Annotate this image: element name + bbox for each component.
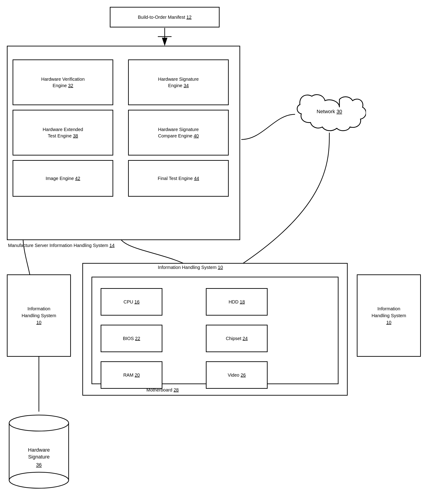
diagram-container: Build-to-Order Manifest 12 Hardware Veri…: [0, 0, 430, 504]
mfg-server-label: Manufacture Server Information Handling …: [8, 243, 115, 248]
final-test-box: Final Test Engine 44: [128, 160, 229, 197]
bios-box: BIOS 22: [101, 325, 162, 352]
final-test-label: Final Test Engine 44: [158, 175, 199, 181]
hw-sig-engine-box: Hardware SignatureEngine 34: [128, 59, 229, 105]
hw-verif-label: Hardware VerificationEngine 32: [41, 76, 85, 89]
hw-sig-compare-label: Hardware SignatureCompare Engine 40: [158, 126, 199, 139]
svg-text:Network 30: Network 30: [317, 109, 342, 114]
bios-label: BIOS 22: [123, 335, 140, 342]
ihs-center-top-label: Information Handling System 10: [158, 265, 223, 270]
svg-point-13: [9, 472, 69, 488]
hw-ext-test-box: Hardware ExtendedTest Engine 38: [13, 110, 113, 155]
ihs-left-box: InformationHandling System10: [7, 274, 71, 357]
network-cloud-svg: Network 30: [293, 87, 366, 146]
video-box: Video 26: [206, 361, 268, 389]
image-engine-label: Image Engine 42: [46, 175, 80, 181]
image-engine-box: Image Engine 42: [13, 160, 113, 197]
cpu-label: CPU 16: [124, 299, 139, 305]
hw-sig-compare-box: Hardware SignatureCompare Engine 40: [128, 110, 229, 155]
hw-verif-engine-box: Hardware VerificationEngine 32: [13, 59, 113, 105]
bto-label: Build-to-Order Manifest 12: [138, 14, 192, 20]
chipset-label: Chipset 24: [226, 335, 248, 342]
hw-sig-engine-label: Hardware SignatureEngine 34: [158, 76, 199, 89]
svg-text:Signature: Signature: [28, 454, 50, 460]
chipset-box: Chipset 24: [206, 325, 268, 352]
cpu-box: CPU 16: [101, 288, 162, 315]
hw-ext-test-label: Hardware ExtendedTest Engine 38: [43, 126, 83, 139]
hdd-label: HDD 18: [229, 299, 245, 305]
svg-text:Hardware: Hardware: [28, 447, 50, 453]
ihs-left-label: InformationHandling System10: [21, 305, 56, 326]
bto-box: Build-to-Order Manifest 12: [110, 7, 220, 27]
ram-box: RAM 20: [101, 361, 162, 389]
ihs-right-label: InformationHandling System10: [371, 305, 406, 326]
hw-sig-cylinder-svg: Hardware Signature 36: [7, 412, 71, 489]
video-label: Video 26: [228, 372, 246, 378]
svg-text:36: 36: [36, 462, 42, 468]
ihs-right-box: InformationHandling System10: [357, 274, 421, 357]
hdd-box: HDD 18: [206, 288, 268, 315]
ram-label: RAM 20: [123, 372, 140, 378]
network-cloud: Network 30: [293, 87, 366, 146]
svg-point-12: [9, 415, 69, 431]
hw-sig-cylinder-container: Hardware Signature 36: [7, 412, 71, 489]
